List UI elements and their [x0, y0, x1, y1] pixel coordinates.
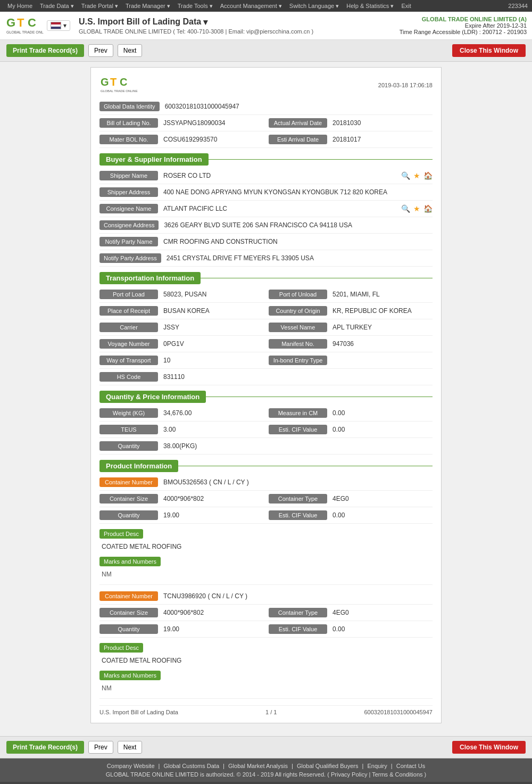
- hs-code-label: HS Code: [99, 372, 158, 382]
- svg-text:C: C: [120, 76, 127, 88]
- place-of-receipt-value: BUSAN KOREA: [163, 307, 263, 315]
- receipt-origin-row: Place of Receipt BUSAN KOREA Country of …: [99, 306, 433, 319]
- footer-link-market[interactable]: Global Market Analysis: [228, 763, 288, 769]
- product-info-header: Product Information: [99, 460, 433, 472]
- shipper-search-icon[interactable]: 🔍: [401, 171, 410, 180]
- manifest-no-value: 947036: [332, 340, 433, 348]
- container-number-row-1: Container Number TCNU3986920 ( CN / L / …: [99, 591, 433, 605]
- nav-switch-language[interactable]: Switch Language ▾: [286, 3, 342, 10]
- logo-area: G T C GLOBAL TRADE ONLINE LIMITED ▾: [5, 15, 70, 36]
- transportation-title: Transportation Information: [99, 272, 201, 284]
- title-text: U.S. Import Bill of Lading Data: [79, 17, 201, 27]
- consignee-star-icon[interactable]: ★: [413, 204, 420, 213]
- global-id-value: 600320181031000045947: [165, 103, 433, 110]
- footer-link-company[interactable]: Company Website: [107, 763, 155, 769]
- shipper-name-value: ROSER CO LTD: [163, 172, 401, 179]
- time-range: Time Range Accessible (LDR) : 200712 - 2…: [400, 29, 527, 35]
- nav-trade-data[interactable]: Trade Data ▾: [37, 3, 77, 10]
- nav-trade-tools[interactable]: Trade Tools ▾: [174, 3, 216, 10]
- container-size-value-1: 4000*906*802: [163, 609, 263, 616]
- prev-button-top[interactable]: Prev: [88, 44, 113, 57]
- footer-link-contact[interactable]: Contact Us: [396, 763, 425, 769]
- weight-value: 34,676.00: [163, 409, 263, 417]
- top-navigation: My Home Trade Data ▾ Trade Portal ▾ Trad…: [0, 0, 532, 12]
- container-cif-field-1: Esti. CIF Value 0.00: [269, 624, 433, 634]
- record-gtc-logo: G T C GLOBAL TRADE ONLINE LIMITED: [99, 75, 138, 95]
- quantity-label: Quantity: [99, 441, 158, 451]
- marks-area-0: Marks and Numbers NM: [99, 555, 433, 580]
- nav-account-management[interactable]: Account Management ▾: [217, 3, 285, 10]
- container-number-row-0: Container Number BMOU5326563 ( CN / L / …: [99, 477, 433, 491]
- quantity-value: 38.00(PKG): [163, 442, 433, 450]
- port-of-load-field: Port of Load 58023, PUSAN: [99, 290, 263, 299]
- container-type-value-1: 4EG0: [332, 609, 433, 616]
- language-selector[interactable]: ▾: [47, 20, 70, 31]
- container-qty-field-1: Quantity 19.00: [99, 624, 263, 634]
- port-of-unload-label: Port of Unload: [269, 290, 327, 299]
- next-button-bottom[interactable]: Next: [118, 741, 143, 754]
- svg-text:T: T: [110, 76, 117, 88]
- shipper-home-icon[interactable]: 🏠: [423, 171, 433, 180]
- nav-trade-manager[interactable]: Trade Manager ▾: [122, 3, 173, 10]
- inbond-entry-label: In-bond Entry Type: [269, 356, 327, 365]
- shipper-address-value: 400 NAE DONG APRYANG MYUN KYONGSAN KYONG…: [163, 188, 433, 196]
- container-size-type-row-0: Container Size 4000*906*802 Container Ty…: [99, 494, 433, 507]
- svg-text:G: G: [101, 76, 109, 88]
- product-desc-area-1: Product Desc COATED METAL ROOFING: [99, 641, 433, 666]
- dropdown-arrow-icon: ▾: [63, 22, 66, 29]
- close-button-top[interactable]: Close This Window: [452, 44, 526, 57]
- nav-trade-portal[interactable]: Trade Portal ▾: [78, 3, 121, 10]
- footer-links: Company Website | Global Customs Data | …: [5, 763, 527, 769]
- marks-area-1: Marks and Numbers NM: [99, 669, 433, 694]
- teus-value: 3.00: [163, 426, 263, 433]
- footer-right: 600320181031000045947: [364, 709, 433, 715]
- next-button-top[interactable]: Next: [118, 44, 143, 57]
- title-dropdown-icon[interactable]: ▾: [203, 17, 207, 27]
- consignee-home-icon[interactable]: 🏠: [423, 204, 433, 213]
- container-block-0: Container Number BMOU5326563 ( CN / L / …: [99, 477, 433, 585]
- carrier-field: Carrier JSSY: [99, 323, 263, 332]
- footer-link-buyers[interactable]: Global Qualified Buyers: [297, 763, 359, 769]
- manifest-no-field: Manifest No. 947036: [269, 339, 433, 349]
- container-number-value-0: BMOU5326563 ( CN / L / CY ): [163, 478, 433, 486]
- marks-label-0: Marks and Numbers: [99, 557, 161, 566]
- buyer-supplier-divider: [209, 159, 433, 160]
- esti-arrival-value: 20181017: [332, 136, 433, 143]
- footer-link-customs[interactable]: Global Customs Data: [164, 763, 220, 769]
- header-subtitle: GLOBAL TRADE ONLINE LIMITED ( Tel: 400-7…: [79, 28, 400, 35]
- product-desc-value-0: COATED METAL ROOFING: [99, 541, 433, 552]
- marks-label-1: Marks and Numbers: [99, 671, 161, 680]
- shipper-star-icon[interactable]: ★: [413, 171, 420, 180]
- container-type-value-0: 4EG0: [332, 495, 433, 502]
- print-button-bottom[interactable]: Print Trade Record(s): [6, 741, 84, 754]
- buyer-supplier-section: Buyer & Supplier Information Shipper Nam…: [99, 153, 433, 267]
- transportation-divider: [201, 278, 433, 278]
- footer-icp: 苏ICP备14033305号: [0, 782, 532, 784]
- container-block-1: Container Number TCNU3986920 ( CN / L / …: [99, 591, 433, 699]
- nav-help-statistics[interactable]: Help & Statistics ▾: [343, 3, 397, 10]
- nav-exit[interactable]: Exit: [398, 3, 414, 10]
- container-type-field-1: Container Type 4EG0: [269, 608, 433, 617]
- hs-code-row: HS Code 831110: [99, 372, 433, 385]
- prev-button-bottom[interactable]: Prev: [88, 741, 113, 754]
- country-of-origin-field: Country of Origin KR, REPUBLIC OF KOREA: [269, 306, 433, 316]
- product-info-title: Product Information: [99, 460, 178, 472]
- nav-my-home[interactable]: My Home: [4, 3, 36, 10]
- quantity-price-section: Quantity & Price Information Weight (KG)…: [99, 391, 433, 455]
- mater-bol-value: COSU6192993570: [163, 136, 263, 143]
- close-button-bottom[interactable]: Close This Window: [452, 741, 526, 754]
- bol-no-label: Bill of Lading No.: [99, 118, 158, 128]
- print-button-top[interactable]: Print Trade Record(s): [6, 44, 84, 57]
- actual-arrival-label: Actual Arrival Date: [269, 118, 327, 128]
- container-type-label-1: Container Type: [269, 608, 327, 617]
- container-number-label-1: Container Number: [99, 591, 158, 601]
- shipper-action-icons: 🔍 ★ 🏠: [401, 171, 433, 180]
- us-flag-icon: [51, 22, 61, 29]
- shipper-name-row: Shipper Name ROSER CO LTD 🔍 ★ 🏠: [99, 171, 433, 184]
- footer-link-enquiry[interactable]: Enquiry: [367, 763, 387, 769]
- way-of-transport-label: Way of Transport: [99, 356, 158, 365]
- footer-sep-2: |: [223, 763, 226, 769]
- consignee-address-label: Consignee Address: [99, 220, 159, 230]
- bol-no-field: Bill of Lading No. JSSYAPNG18090034: [99, 118, 263, 128]
- consignee-search-icon[interactable]: 🔍: [401, 204, 410, 213]
